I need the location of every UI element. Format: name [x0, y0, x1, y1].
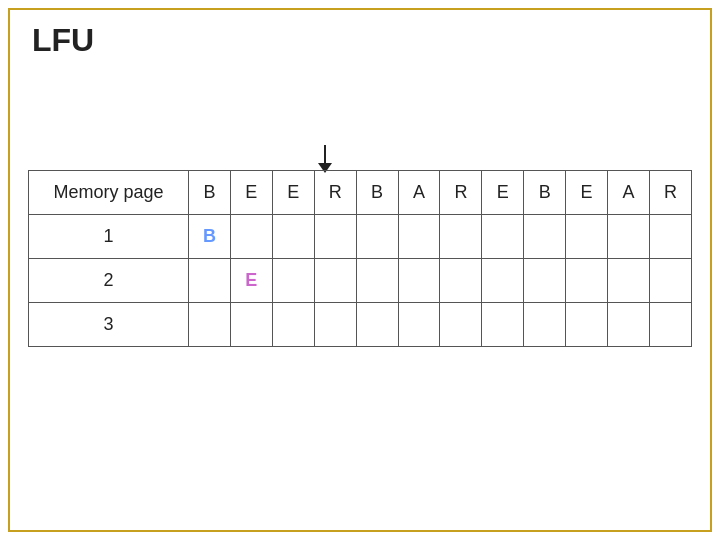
row-num-0: 1 — [29, 215, 189, 259]
cell-r1-c7 — [482, 259, 524, 303]
cell-r1-c4 — [356, 259, 398, 303]
cell-r0-c10 — [608, 215, 650, 259]
cell-r0-c5 — [398, 215, 440, 259]
cell-r0-c9 — [566, 215, 608, 259]
cell-r2-c7 — [482, 303, 524, 347]
cell-r1-c5 — [398, 259, 440, 303]
cell-r2-c5 — [398, 303, 440, 347]
header-cell-1: E — [230, 171, 272, 215]
cell-r2-c9 — [566, 303, 608, 347]
row-num-1: 2 — [29, 259, 189, 303]
cell-r0-c8 — [524, 215, 566, 259]
cell-r2-c10 — [608, 303, 650, 347]
cell-r1-c1: E — [230, 259, 272, 303]
main-table: Memory pageBEERBAREBEAR1B2E3 — [28, 170, 692, 347]
page-title: LFU — [32, 22, 94, 59]
cell-r2-c0 — [189, 303, 231, 347]
header-cell-3: R — [314, 171, 356, 215]
cell-r2-c8 — [524, 303, 566, 347]
header-cell-6: R — [440, 171, 482, 215]
cell-r1-c8 — [524, 259, 566, 303]
header-cell-9: E — [566, 171, 608, 215]
cell-r2-c11 — [649, 303, 691, 347]
cell-r2-c1 — [230, 303, 272, 347]
cell-r1-c9 — [566, 259, 608, 303]
cell-r1-c3 — [314, 259, 356, 303]
header-cell-2: E — [272, 171, 314, 215]
cell-r0-c1 — [230, 215, 272, 259]
cell-r0-c4 — [356, 215, 398, 259]
cell-r1-c6 — [440, 259, 482, 303]
header-cell-10: A — [608, 171, 650, 215]
header-cell-5: A — [398, 171, 440, 215]
header-cell-4: B — [356, 171, 398, 215]
cell-r1-c10 — [608, 259, 650, 303]
cell-r2-c4 — [356, 303, 398, 347]
cell-r1-c2 — [272, 259, 314, 303]
cell-r2-c2 — [272, 303, 314, 347]
cell-r1-c11 — [649, 259, 691, 303]
cell-r0-c3 — [314, 215, 356, 259]
cell-r2-c6 — [440, 303, 482, 347]
header-cell-7: E — [482, 171, 524, 215]
header-cell-0: B — [189, 171, 231, 215]
header-cell-8: B — [524, 171, 566, 215]
cell-r0-c11 — [649, 215, 691, 259]
cell-r0-c0: B — [189, 215, 231, 259]
row-num-2: 3 — [29, 303, 189, 347]
cell-r0-c7 — [482, 215, 524, 259]
cell-r0-c2 — [272, 215, 314, 259]
cell-r2-c3 — [314, 303, 356, 347]
cell-r0-c6 — [440, 215, 482, 259]
header-cell-11: R — [649, 171, 691, 215]
cell-r1-c0 — [189, 259, 231, 303]
arrow-down-icon — [318, 145, 332, 173]
memory-page-header: Memory page — [29, 171, 189, 215]
